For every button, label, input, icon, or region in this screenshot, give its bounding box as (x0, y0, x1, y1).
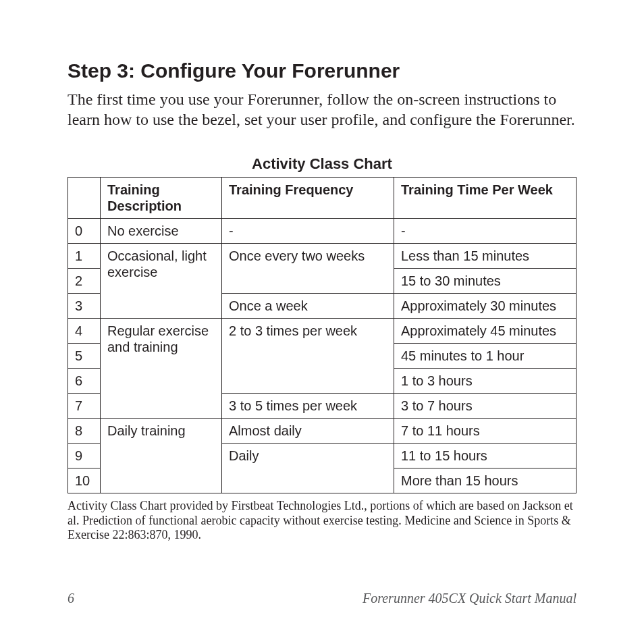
time-cell: More than 15 hours (394, 468, 576, 493)
frequency-cell: Almost daily (222, 419, 394, 444)
time-cell: - (394, 219, 576, 244)
description-cell: No exercise (101, 219, 222, 244)
description-cell: Regular exercise and training (101, 319, 222, 419)
time-cell: 15 to 30 minutes (394, 269, 576, 294)
step-heading: Step 3: Configure Your Forerunner (68, 59, 576, 82)
description-cell: Occasional, light exercise (101, 244, 222, 319)
time-cell: Less than 15 minutes (394, 244, 576, 269)
frequency-cell: 3 to 5 times per week (222, 394, 394, 419)
class-number: 8 (68, 419, 101, 444)
class-number: 4 (68, 319, 101, 344)
table-row: 4 Regular exercise and training 2 to 3 t… (68, 319, 576, 344)
table-row: 8 Daily training Almost daily 7 to 11 ho… (68, 419, 576, 444)
time-cell: 1 to 3 hours (394, 369, 576, 394)
activity-class-table: Training Description Training Frequency … (68, 177, 576, 493)
header-frequency: Training Frequency (222, 178, 394, 219)
header-blank (68, 178, 101, 219)
manual-page: Step 3: Configure Your Forerunner The fi… (0, 0, 644, 644)
class-number: 0 (68, 219, 101, 244)
time-cell: 45 minutes to 1 hour (394, 344, 576, 369)
class-number: 2 (68, 269, 101, 294)
frequency-cell: Once every two weeks (222, 244, 394, 294)
class-number: 7 (68, 394, 101, 419)
class-number: 6 (68, 369, 101, 394)
table-title: Activity Class Chart (68, 155, 576, 173)
page-number: 6 (68, 591, 74, 606)
class-number: 1 (68, 244, 101, 269)
time-cell: Approximately 30 minutes (394, 294, 576, 319)
class-number: 3 (68, 294, 101, 319)
time-cell: 7 to 11 hours (394, 419, 576, 444)
header-description: Training Description (101, 178, 222, 219)
table-row: 0 No exercise - - (68, 219, 576, 244)
time-cell: Approximately 45 minutes (394, 319, 576, 344)
intro-paragraph: The first time you use your Forerunner, … (68, 89, 576, 130)
frequency-cell: Once a week (222, 294, 394, 319)
class-number: 10 (68, 468, 101, 493)
class-number: 9 (68, 444, 101, 468)
time-cell: 3 to 7 hours (394, 394, 576, 419)
description-cell: Daily training (101, 419, 222, 493)
frequency-cell: Daily (222, 444, 394, 493)
class-number: 5 (68, 344, 101, 369)
frequency-cell: 2 to 3 times per week (222, 319, 394, 394)
table-row: 1 Occasional, light exercise Once every … (68, 244, 576, 269)
page-footer: 6 Forerunner 405CX Quick Start Manual (68, 591, 576, 606)
manual-title: Forerunner 405CX Quick Start Manual (363, 591, 576, 606)
attribution-text: Activity Class Chart provided by Firstbe… (68, 499, 576, 543)
header-time: Training Time Per Week (394, 178, 576, 219)
frequency-cell: - (222, 219, 394, 244)
time-cell: 11 to 15 hours (394, 444, 576, 468)
table-header-row: Training Description Training Frequency … (68, 178, 576, 219)
